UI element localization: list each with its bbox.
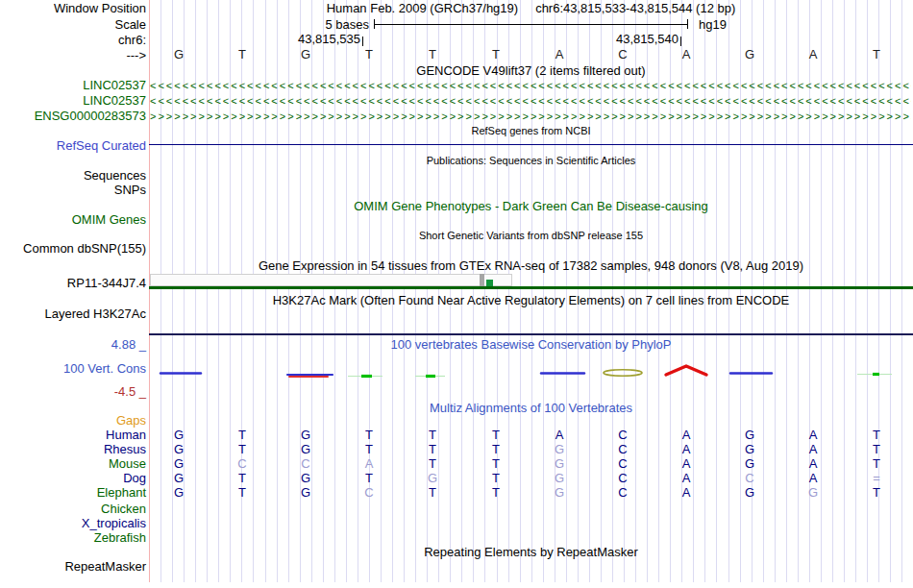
publications-sequences-label[interactable]: Sequences	[0, 169, 146, 182]
gtex-gene-label[interactable]: RP11-344J7.4	[0, 277, 146, 289]
scale-assembly: hg19	[699, 18, 727, 31]
sequence-base: G	[171, 48, 186, 61]
aligned-base: T	[361, 472, 377, 484]
ucsc-genome-browser-tracks-image: Window Position Human Feb. 2009 (GRCh37/…	[0, 0, 913, 588]
aligned-base: A	[679, 443, 694, 455]
coordinate-tick-label: 43,815,535	[264, 33, 360, 45]
sequence-base: T	[234, 48, 250, 61]
aligned-base: T	[425, 457, 440, 470]
aligned-base: G	[298, 443, 313, 455]
conservation-max-value: 4.88 _	[0, 338, 146, 351]
dbsnp-track-title[interactable]: Short Genetic Variants from dbSNP releas…	[149, 230, 913, 242]
aligned-base: G	[742, 486, 757, 499]
scale-value: 5 bases	[273, 18, 369, 31]
h3k27ac-baseline	[149, 333, 913, 335]
species-label-mouse[interactable]: Mouse	[0, 457, 146, 470]
gtex-track-title[interactable]: Gene Expression in 54 tissues from GTEx …	[149, 259, 913, 272]
aligned-base: G	[552, 443, 567, 455]
aligned-base: G	[171, 443, 186, 455]
sequence-base: A	[679, 48, 694, 61]
aligned-base: A	[679, 486, 694, 499]
chrom-label: chr6:	[0, 34, 146, 46]
refseq-curated-label[interactable]: RefSeq Curated	[0, 139, 146, 152]
species-label-dog[interactable]: Dog	[0, 472, 146, 484]
sequence-base: T	[488, 48, 504, 61]
omim-genes-label[interactable]: OMIM Genes	[0, 213, 146, 226]
aligned-base: G	[742, 429, 757, 441]
gtex-gray-bar	[480, 274, 484, 286]
repeatmasker-label[interactable]: RepeatMasker	[0, 560, 146, 573]
gtex-gene-bar[interactable]	[149, 286, 913, 289]
gtex-model-box	[150, 274, 512, 286]
species-label-zebrafish[interactable]: Zebrafish	[0, 531, 146, 544]
aligned-base: A	[805, 457, 821, 470]
common-dbsnp-label[interactable]: Common dbSNP(155)	[0, 242, 146, 255]
aligned-base: G	[171, 457, 186, 470]
aligned-base: T	[488, 429, 504, 441]
multiz-gaps-label[interactable]: Gaps	[0, 414, 146, 427]
aligned-base: G	[425, 472, 440, 484]
publications-snps-label[interactable]: SNPs	[0, 184, 146, 196]
gene-label-linc02537-2[interactable]: LINC02537	[0, 94, 146, 107]
omim-track-title[interactable]: OMIM Gene Phenotypes - Dark Green Can Be…	[149, 200, 913, 212]
window-position-label: Window Position	[0, 2, 146, 14]
aligned-base: T	[361, 429, 377, 441]
sequence-base: G	[742, 48, 757, 61]
scale-label: Scale	[0, 18, 146, 31]
conservation-min-value: -4.5 _	[0, 385, 146, 398]
aligned-base: T	[425, 486, 440, 499]
refseq-track-title[interactable]: RefSeq genes from NCBI	[149, 125, 913, 137]
aligned-base: C	[615, 443, 630, 455]
refseq-curated-line[interactable]	[149, 144, 913, 145]
phylop-olive-mark	[604, 370, 642, 376]
aligned-base: T	[234, 472, 250, 484]
gene-strand-arrows[interactable]: >>>>>>>>>>>>>>>>>>>>>>>>>>>>>>>>>>>>>>>>…	[150, 110, 911, 122]
coordinate-tick-mark	[362, 37, 363, 46]
aligned-base: C	[615, 457, 630, 470]
phylop-red-peak	[666, 366, 706, 375]
publications-track-title[interactable]: Publications: Sequences in Scientific Ar…	[149, 155, 913, 167]
aligned-base: A	[679, 429, 694, 441]
aligned-base: A	[805, 429, 821, 441]
aligned-base: T	[869, 443, 884, 455]
species-label-human[interactable]: Human	[0, 429, 146, 441]
aligned-base: T	[234, 443, 250, 455]
coordinate-tick-label: 43,815,540	[582, 33, 679, 45]
aligned-base: G	[171, 472, 186, 484]
sequence-base: A	[552, 48, 567, 61]
species-label-chicken[interactable]: Chicken	[0, 502, 146, 515]
conservation-label[interactable]: 100 Vert. Cons	[0, 362, 146, 375]
gene-strand-arrows[interactable]: <<<<<<<<<<<<<<<<<<<<<<<<<<<<<<<<<<<<<<<<…	[150, 79, 911, 91]
multiz-track-title[interactable]: Multiz Alignments of 100 Vertebrates	[149, 402, 913, 414]
assembly-name: Human Feb. 2009 (GRCh37/hg19)	[327, 1, 518, 15]
repeatmasker-track-title[interactable]: Repeating Elements by RepeatMasker	[149, 546, 913, 558]
aligned-base: T	[234, 429, 250, 441]
h3k27ac-track-title[interactable]: H3K27Ac Mark (Often Found Near Active Re…	[149, 294, 913, 306]
aligned-base: T	[488, 472, 504, 484]
aligned-base: G	[298, 486, 313, 499]
aligned-base: T	[869, 429, 884, 441]
aligned-base: T	[488, 457, 504, 470]
gene-strand-arrows[interactable]: <<<<<<<<<<<<<<<<<<<<<<<<<<<<<<<<<<<<<<<<…	[150, 94, 911, 107]
conservation-wiggle-plot[interactable]	[149, 360, 913, 389]
conservation-track-title[interactable]: 100 vertebrates Basewise Conservation by…	[149, 338, 913, 351]
aligned-base: C	[234, 457, 250, 470]
gene-label-ensg00000283573[interactable]: ENSG00000283573	[0, 110, 146, 122]
species-label-x_tropicalis[interactable]: X_tropicalis	[0, 517, 146, 529]
sequence-base: T	[869, 48, 884, 61]
aligned-base: G	[298, 472, 313, 484]
aligned-base: T	[869, 486, 884, 499]
aligned-base: G	[298, 429, 313, 441]
aligned-base: T	[361, 443, 377, 455]
aligned-base: A	[679, 457, 694, 470]
species-label-elephant[interactable]: Elephant	[0, 486, 146, 499]
gene-label-linc02537-1[interactable]: LINC02537	[0, 79, 146, 91]
gencode-track-title[interactable]: GENCODE V49lift37 (2 items filtered out)	[149, 64, 913, 77]
species-label-rhesus[interactable]: Rhesus	[0, 443, 146, 455]
layered-h3k27ac-label[interactable]: Layered H3K27Ac	[0, 307, 146, 320]
aligned-base: T	[425, 443, 440, 455]
aligned-base: =	[869, 472, 884, 484]
aligned-base: G	[552, 472, 567, 484]
strand-direction-label: --->	[0, 49, 146, 61]
aligned-base: A	[805, 472, 821, 484]
